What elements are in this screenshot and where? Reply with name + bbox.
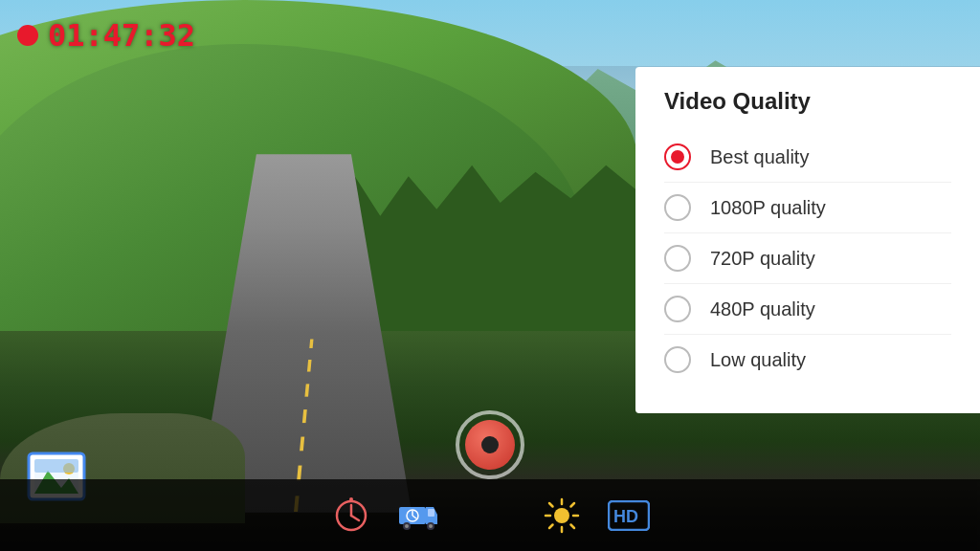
svg-line-26 (549, 524, 553, 528)
radio-best (664, 143, 691, 170)
svg-line-23 (549, 503, 553, 507)
record-button-dot (481, 436, 499, 453)
quality-option-720p[interactable]: 720P quality (664, 233, 951, 284)
svg-point-14 (429, 524, 433, 528)
quality-option-low[interactable]: Low quality (664, 335, 951, 385)
svg-line-24 (571, 524, 575, 528)
svg-line-25 (571, 503, 575, 507)
svg-rect-4 (34, 459, 78, 473)
radio-best-fill (671, 150, 684, 164)
recording-indicator: 01:47:32 (17, 17, 195, 54)
radio-480p (664, 296, 691, 322)
svg-rect-10 (428, 509, 434, 517)
svg-text:HD: HD (613, 507, 638, 526)
truck-icon-button[interactable] (385, 479, 452, 551)
video-quality-panel: Video Quality Best quality 1080P quality… (635, 67, 980, 413)
timer-icon-button[interactable] (318, 479, 385, 551)
quality-label-1080p: 1080P quality (710, 197, 826, 219)
svg-point-18 (554, 508, 569, 523)
record-button[interactable] (456, 410, 524, 479)
radio-1080p (664, 194, 691, 221)
svg-point-12 (405, 524, 409, 528)
quality-label-low: Low quality (710, 349, 806, 371)
quality-option-1080p[interactable]: 1080P quality (664, 183, 951, 233)
quality-option-480p[interactable]: 480P quality (664, 284, 951, 335)
hd-icon-button[interactable]: HD (595, 479, 662, 551)
video-quality-title: Video Quality (664, 88, 951, 115)
bottom-toolbar: HD (0, 479, 980, 551)
svg-line-7 (351, 516, 359, 520)
quality-label-best: Best quality (710, 146, 809, 168)
quality-option-best[interactable]: Best quality (664, 132, 951, 183)
record-button-container (456, 410, 524, 479)
recording-dot (17, 25, 38, 46)
radio-low (664, 346, 691, 373)
recording-timer: 01:47:32 (48, 17, 195, 54)
quality-label-480p: 480P quality (710, 298, 815, 320)
record-button-inner (465, 420, 515, 470)
quality-label-720p: 720P quality (710, 248, 815, 270)
sun-icon-button[interactable] (528, 479, 595, 551)
svg-point-8 (349, 497, 353, 501)
radio-720p (664, 245, 691, 272)
